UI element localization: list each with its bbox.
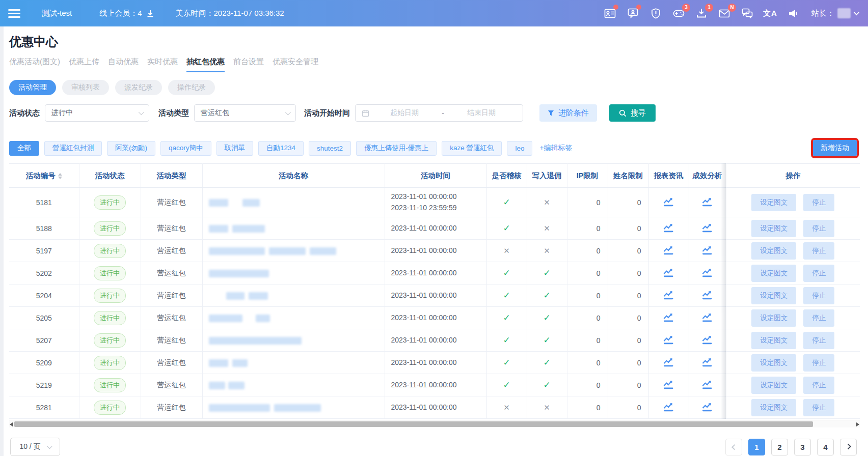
tag-filter-10[interactable]: leo [507, 141, 532, 156]
status-select[interactable]: 进行中 [45, 104, 149, 122]
translate-icon[interactable]: 文A [763, 7, 777, 20]
tag-filter-2[interactable]: 營運紅包封測 [44, 141, 102, 156]
webmaster-menu[interactable]: 站长： [811, 8, 858, 18]
set-graphics-button[interactable]: 设定图文 [751, 377, 796, 394]
tag-filter-8[interactable]: 優惠上傳使用-優惠上 [356, 141, 437, 156]
tag-filter-5[interactable]: 取消單 [216, 141, 254, 156]
page-button-1[interactable]: 1 [748, 439, 765, 455]
tab-6[interactable]: 前台设置 [233, 57, 264, 72]
games-icon[interactable]: 3 [671, 7, 686, 20]
member-message-icon[interactable] [626, 7, 640, 20]
edit-tags-link[interactable]: +编辑标签 [539, 144, 572, 153]
set-graphics-button[interactable]: 设定图文 [751, 265, 796, 282]
effect-chart-icon[interactable] [701, 335, 713, 345]
tag-filter-1[interactable]: 全部 [9, 141, 39, 156]
column-header-1[interactable]: 活动编号 [9, 164, 79, 188]
effect-chart-icon[interactable] [701, 245, 713, 255]
stop-button[interactable]: 停止 [803, 265, 834, 282]
report-chart-icon[interactable] [663, 245, 674, 255]
tag-filter-6[interactable]: 自動1234 [258, 141, 304, 156]
tab-2[interactable]: 优惠上传 [69, 57, 99, 72]
page-size-select[interactable]: 10 / 页 [10, 438, 60, 456]
mail-badge: N [728, 4, 736, 12]
report-chart-icon[interactable] [663, 335, 674, 345]
tag-filter-3[interactable]: 阿業(勿動) [107, 141, 155, 156]
column-header-4: 活动名称 [202, 164, 385, 188]
search-button[interactable]: 搜寻 [609, 104, 656, 122]
report-chart-icon[interactable] [663, 312, 674, 322]
report-chart-icon[interactable] [663, 290, 674, 300]
contacts-icon[interactable] [603, 7, 617, 20]
effect-chart-icon[interactable] [701, 223, 713, 233]
next-page-button[interactable] [840, 439, 857, 455]
subtab-2[interactable]: 审核列表 [62, 80, 109, 95]
shield-alert-icon[interactable] [648, 7, 663, 20]
set-graphics-button[interactable]: 设定图文 [751, 194, 796, 211]
cell-ip-limit: 0 [567, 307, 608, 329]
stop-button[interactable]: 停止 [803, 242, 834, 260]
downloads-icon[interactable]: 1 [694, 7, 709, 20]
scrollbar-thumb[interactable] [14, 421, 813, 427]
effect-chart-icon[interactable] [701, 380, 713, 389]
set-graphics-button[interactable]: 设定图文 [751, 309, 796, 327]
page-button-3[interactable]: 3 [794, 439, 811, 455]
report-chart-icon[interactable] [663, 380, 674, 389]
prev-page-button[interactable] [725, 439, 742, 455]
stop-button[interactable]: 停止 [803, 287, 834, 304]
stop-button[interactable]: 停止 [803, 332, 834, 349]
effect-chart-icon[interactable] [701, 402, 713, 412]
set-graphics-button[interactable]: 设定图文 [751, 354, 796, 372]
effect-chart-icon[interactable] [701, 197, 713, 207]
page-button-2[interactable]: 2 [771, 439, 788, 455]
set-graphics-button[interactable]: 设定图文 [751, 242, 796, 260]
chat-icon[interactable] [740, 7, 754, 20]
subtab-1[interactable]: 活动管理 [9, 80, 56, 95]
redacted-activity-name [256, 315, 270, 322]
tag-filter-7[interactable]: shutest2 [309, 141, 351, 156]
report-chart-icon[interactable] [663, 223, 674, 233]
set-graphics-button[interactable]: 设定图文 [751, 332, 796, 349]
tab-7[interactable]: 优惠安全管理 [273, 57, 318, 72]
add-activity-button[interactable]: 新增活动 [813, 140, 857, 156]
tab-3[interactable]: 自动优惠 [108, 57, 139, 72]
download-arrow-icon[interactable] [146, 10, 154, 17]
cell-audit-flag: ✓ [486, 374, 527, 396]
menu-icon[interactable] [8, 9, 20, 18]
report-chart-icon[interactable] [663, 268, 674, 277]
subtab-4[interactable]: 操作纪录 [168, 80, 215, 95]
effect-chart-icon[interactable] [701, 268, 713, 277]
stop-button[interactable]: 停止 [803, 377, 834, 394]
tag-filter-4[interactable]: qacory簡中 [160, 141, 211, 156]
cell-name-limit: 0 [608, 396, 648, 419]
sort-icon[interactable] [58, 173, 62, 179]
cell-audit-flag: ✓ [486, 307, 527, 329]
stop-button[interactable]: 停止 [803, 399, 834, 416]
tag-filter-9[interactable]: kaze 營運紅包 [442, 141, 502, 156]
status-badge: 进行中 [94, 266, 126, 280]
tab-4[interactable]: 实时优惠 [147, 57, 178, 72]
stop-button[interactable]: 停止 [803, 309, 834, 327]
scroll-right-arrow-icon[interactable] [856, 422, 859, 426]
set-graphics-button[interactable]: 设定图文 [751, 399, 796, 416]
type-select[interactable]: 营运红包 [194, 104, 296, 122]
advanced-filter-button[interactable]: 进阶条件 [539, 104, 597, 122]
mail-icon[interactable]: N [717, 7, 731, 20]
effect-chart-icon[interactable] [701, 312, 713, 322]
tab-1[interactable]: 优惠活动(图文) [9, 57, 60, 72]
set-graphics-button[interactable]: 设定图文 [751, 220, 796, 237]
report-chart-icon[interactable] [663, 357, 674, 367]
subtab-3[interactable]: 派发纪录 [115, 80, 162, 95]
stop-button[interactable]: 停止 [803, 194, 834, 211]
stop-button[interactable]: 停止 [803, 220, 834, 237]
effect-chart-icon[interactable] [701, 290, 713, 300]
report-chart-icon[interactable] [663, 402, 674, 412]
tab-5[interactable]: 抽红包优惠 [186, 57, 225, 72]
announcement-icon[interactable] [786, 7, 800, 20]
effect-chart-icon[interactable] [701, 357, 713, 367]
set-graphics-button[interactable]: 设定图文 [751, 287, 796, 304]
page-button-4[interactable]: 4 [817, 439, 834, 455]
report-chart-icon[interactable] [663, 197, 674, 207]
date-range-input[interactable]: 起始日期 - 结束日期 [355, 104, 523, 122]
scroll-left-arrow-icon[interactable] [10, 422, 13, 426]
stop-button[interactable]: 停止 [803, 354, 834, 372]
